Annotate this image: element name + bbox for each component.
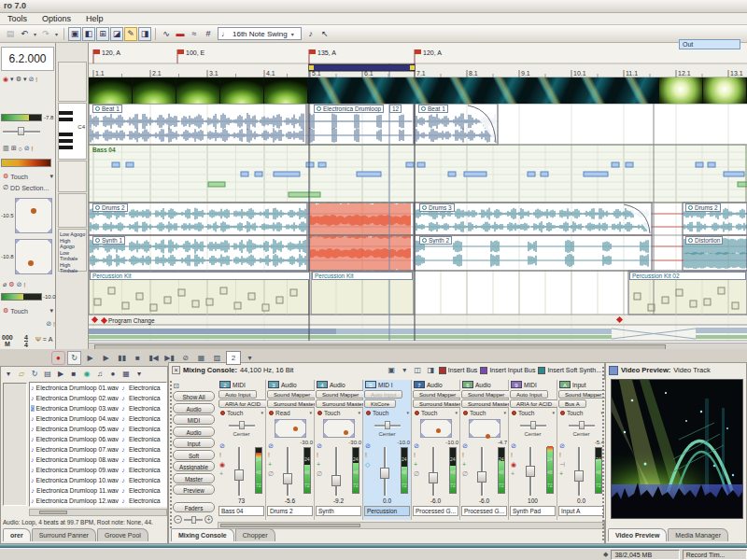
browser-hscrollbar[interactable] [29, 509, 167, 516]
channel-fader[interactable] [573, 447, 585, 496]
menu-options[interactable]: Options [35, 14, 78, 23]
write-knob-icon[interactable]: ⚙ [3, 173, 8, 180]
mute-icon[interactable]: ⊘ [268, 441, 274, 450]
surround-panner[interactable] [420, 419, 452, 438]
gear-icon[interactable]: ⚙ [16, 76, 21, 83]
auto-preview-icon[interactable]: ◉ [81, 368, 92, 380]
sync-icon[interactable]: ◇ [365, 460, 371, 469]
midi-note[interactable] [626, 162, 633, 167]
fader-thumb[interactable] [429, 472, 438, 483]
channel-input-button[interactable]: Sound Mapper [316, 390, 365, 399]
file-list-item[interactable]: ♪Electronica [119, 455, 166, 465]
solo-icon[interactable]: ! [365, 451, 371, 459]
delete-icon[interactable]: ● [107, 368, 119, 380]
undo-dropdown-icon[interactable]: ▾ [32, 27, 38, 41]
fader-thumb[interactable] [331, 475, 341, 486]
refresh-icon[interactable]: ↻ [29, 368, 40, 380]
midi-note[interactable] [318, 162, 326, 167]
channel-strip-processed-g-[interactable]: 7AudioSound MapperSurround MasterTouch▾⊘… [412, 380, 460, 520]
preview-bus-icon[interactable]: ♫ [94, 368, 106, 380]
close-icon[interactable]: × [172, 366, 180, 374]
channel-fader[interactable] [428, 447, 439, 496]
midi-note[interactable] [208, 182, 225, 187]
automation-mode[interactable]: Touch▾ [218, 408, 265, 417]
mute-icon[interactable]: ⊘ [365, 441, 371, 450]
automation-bar[interactable] [89, 329, 336, 334]
midi-note[interactable] [541, 172, 548, 176]
copy-icon[interactable]: ▤ [42, 368, 53, 380]
mute-icon[interactable]: ⊘ [559, 441, 565, 450]
channel-output-button[interactable]: Surround Master [461, 399, 516, 408]
file-list-item[interactable]: ♪Electronica Drumloop 11.wav [30, 485, 119, 496]
redo-dropdown-icon[interactable]: ▾ [53, 27, 60, 41]
automation-mode[interactable]: Touch▾ [460, 408, 508, 417]
automation-mode-label[interactable]: Touch [10, 308, 28, 315]
drum-hit-cell[interactable] [732, 302, 739, 309]
title-bar[interactable]: ro 7.0 [0, 0, 747, 13]
file-list-item[interactable]: ♪Electronica [119, 403, 166, 413]
file-list-item[interactable]: ♪Electronica Drumloop 10.wav [30, 475, 119, 485]
trackview-hscrollbar[interactable] [89, 343, 747, 349]
marker-flag-icon[interactable] [177, 49, 184, 54]
file-list-item[interactable]: ♪Electronica Drumloop 01.wav [30, 383, 119, 393]
channel-name[interactable]: Synth [316, 506, 361, 516]
filter-preview-bus[interactable]: Preview Bus [173, 484, 215, 495]
dropdown-icon[interactable]: ▾ [49, 173, 53, 180]
undo-icon[interactable]: ↶ [18, 27, 31, 41]
folder-tree[interactable] [3, 383, 27, 506]
automation-bar-green[interactable] [696, 335, 747, 339]
loop-button[interactable]: ↻ [67, 351, 81, 365]
track-view[interactable]: 1.12.13.14.15.16.17.18.19.110.111.112.11… [89, 43, 747, 349]
redo-icon[interactable]: ↷ [39, 27, 52, 41]
clip-label[interactable]: Electronica Drumloop [314, 105, 384, 113]
fx-icon[interactable]: + [511, 469, 516, 478]
drum-map-names[interactable]: Low AgogoHigh AgogoLow TimbaleHigh Timba… [58, 229, 87, 272]
file-list-item[interactable]: ♪Electronica Drumloop 05.wav [30, 424, 119, 434]
drum-hit-cell[interactable] [122, 302, 129, 309]
file-list-item[interactable]: ♪Electronica Drumloop 06.wav [30, 434, 119, 444]
file-list[interactable]: ♪Electronica Drumloop 01.wav♪Electronica… [29, 382, 167, 507]
fader-thumb[interactable] [380, 468, 389, 479]
filter-master-bus[interactable]: Master Bus [173, 473, 215, 483]
phase-icon[interactable]: ∅ [414, 469, 419, 478]
file-list-item[interactable]: ♪Electronica Drumloop 12.wav [30, 496, 119, 506]
file-list-item[interactable]: ♪Electronica [119, 485, 166, 496]
clip-label[interactable]: Beat 1 [92, 105, 122, 113]
file-list-item[interactable]: ♪Electronica [119, 444, 166, 455]
file-list-item[interactable]: ♪Electronica [119, 393, 166, 403]
file-list-item[interactable]: ♪Electronica [119, 413, 166, 424]
drum-hit-cell[interactable] [248, 293, 255, 300]
clip-label[interactable]: Percussion Kit [312, 272, 413, 280]
filter-audio-tracks[interactable]: Audio Tracks [173, 403, 215, 413]
file-list-item[interactable]: ♪Electronica [119, 424, 166, 434]
clip-label[interactable]: Drums 3 [419, 203, 455, 212]
piano-keys[interactable]: C4 [58, 103, 87, 160]
channel-name[interactable]: Processed G... [461, 506, 507, 516]
marker-label[interactable]: 120, A [102, 49, 120, 56]
drum-hit-cell[interactable] [662, 297, 669, 303]
scroll-thumb[interactable] [39, 511, 67, 514]
drum-hit-cell[interactable] [220, 287, 227, 294]
channel-output-button[interactable]: Surround Master [267, 399, 322, 408]
audiosnap-icon[interactable]: ≈ [188, 27, 201, 41]
clip-label[interactable]: Program Change [100, 316, 157, 325]
channel-input-button[interactable]: Sound Mapper [267, 390, 317, 399]
channel-output-button[interactable]: KitCore [364, 399, 396, 408]
channel-input-button[interactable]: Sound Mapper [413, 390, 462, 399]
snap-draw-button[interactable]: ▨ [210, 351, 224, 365]
solo-icon[interactable]: ! [317, 451, 322, 459]
file-list-item[interactable]: ♪Electronica [119, 496, 166, 506]
midi-note[interactable] [289, 192, 320, 197]
solo-icon[interactable]: ! [462, 451, 468, 459]
input-knob-icon[interactable]: ◉ [3, 76, 8, 83]
scroll-thumb[interactable] [220, 524, 360, 527]
loop-region-bar[interactable] [309, 64, 415, 71]
go-start-button[interactable]: ▮◀ [147, 351, 161, 365]
write-knob-icon[interactable]: ⚙ [3, 307, 8, 315]
midi-note[interactable] [612, 162, 619, 167]
insert-button-insert-soft-synth-[interactable]: Insert Soft Synth... [538, 367, 601, 374]
channel-strip-input-a[interactable]: AInputSound MapperBus ATouch▾Center⊘!⊣+-… [557, 380, 606, 520]
clip-label[interactable]: Bass 04 [91, 146, 118, 154]
midi-note[interactable] [724, 172, 744, 176]
console-meters-icon[interactable]: ◨ [426, 365, 436, 376]
